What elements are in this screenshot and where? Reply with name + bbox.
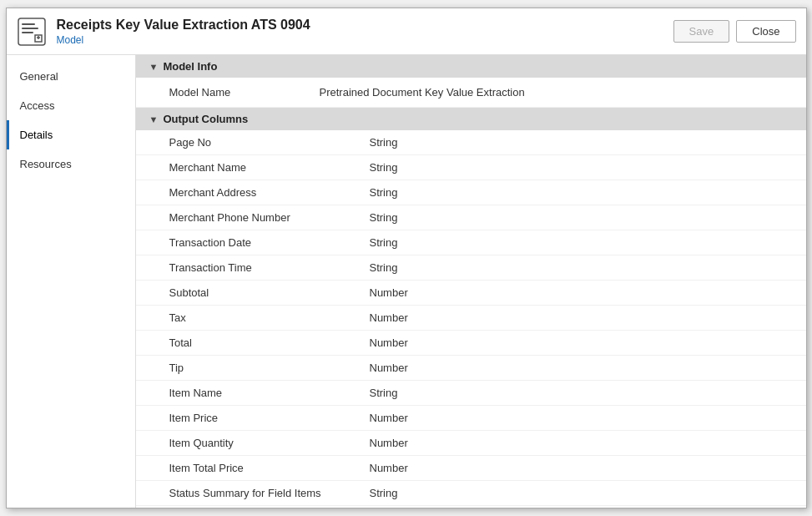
output-row-type-11: Number bbox=[370, 412, 408, 424]
output-row-3: Merchant Phone Number String bbox=[136, 205, 806, 230]
svg-rect-3 bbox=[22, 32, 33, 33]
output-row-7: Tax Number bbox=[136, 306, 806, 331]
output-row-label-2: Merchant Address bbox=[169, 186, 370, 199]
app-icon bbox=[17, 17, 47, 47]
output-row-type-3: String bbox=[370, 211, 398, 224]
output-row-type-12: Number bbox=[370, 437, 408, 449]
output-row-type-1: String bbox=[370, 161, 398, 174]
output-row-1: Merchant Name String bbox=[136, 155, 806, 180]
output-row-10: Item Name String bbox=[136, 381, 806, 406]
output-row-type-6: Number bbox=[370, 286, 408, 299]
output-row-label-6: Subtotal bbox=[169, 286, 370, 299]
output-row-label-1: Merchant Name bbox=[169, 161, 370, 174]
output-row-12: Item Quantity Number bbox=[136, 431, 806, 456]
output-row-type-14: String bbox=[370, 487, 398, 499]
output-columns-rows: Page No String Merchant Name String Merc… bbox=[136, 130, 806, 508]
output-row-9: Tip Number bbox=[136, 356, 806, 381]
close-button[interactable]: Close bbox=[736, 20, 795, 43]
output-row-type-5: String bbox=[370, 261, 398, 274]
output-row-label-14: Status Summary for Field Items bbox=[169, 487, 370, 499]
output-row-0: Page No String bbox=[136, 130, 806, 155]
save-button[interactable]: Save bbox=[673, 20, 730, 43]
output-row-type-0: String bbox=[370, 136, 398, 149]
svg-rect-2 bbox=[22, 28, 38, 29]
output-row-type-10: String bbox=[370, 387, 398, 399]
sidebar-item-resources[interactable]: Resources bbox=[7, 149, 135, 179]
output-row-label-0: Page No bbox=[169, 136, 370, 149]
output-row-label-8: Total bbox=[169, 336, 370, 349]
model-name-label: Model Name bbox=[169, 86, 320, 99]
window-subtitle: Model bbox=[57, 34, 673, 46]
model-info-section-header: ▼ Model Info bbox=[136, 55, 806, 78]
output-collapse-icon: ▼ bbox=[149, 114, 159, 124]
output-row-15: Status Summary for Line Items String bbox=[136, 506, 806, 508]
output-row-label-12: Item Quantity bbox=[169, 437, 370, 449]
sidebar-item-access[interactable]: Access bbox=[7, 91, 135, 120]
output-row-label-9: Tip bbox=[169, 362, 370, 374]
model-name-row: Model Name Pretrained Document Key Value… bbox=[136, 78, 806, 108]
output-row-type-7: Number bbox=[370, 311, 408, 324]
output-columns-section-header: ▼ Output Columns bbox=[136, 108, 806, 130]
output-row-8: Total Number bbox=[136, 331, 806, 356]
output-row-6: Subtotal Number bbox=[136, 281, 806, 306]
output-row-label-3: Merchant Phone Number bbox=[169, 211, 370, 224]
output-row-label-5: Transaction Time bbox=[169, 261, 370, 274]
output-row-label-7: Tax bbox=[169, 311, 370, 324]
output-row-11: Item Price Number bbox=[136, 406, 806, 431]
output-row-4: Transaction Date String bbox=[136, 230, 806, 255]
body: GeneralAccessDetailsResources ▼ Model In… bbox=[7, 55, 806, 508]
output-columns-label: Output Columns bbox=[163, 113, 248, 125]
title-text-block: Receipts Key Value Extraction ATS 0904 M… bbox=[57, 18, 673, 46]
output-row-type-9: Number bbox=[370, 362, 408, 374]
output-row-label-13: Item Total Price bbox=[169, 462, 370, 474]
model-name-value: Pretrained Document Key Value Extraction bbox=[320, 86, 525, 99]
title-buttons: Save Close bbox=[673, 20, 796, 43]
title-bar: Receipts Key Value Extraction ATS 0904 M… bbox=[7, 8, 806, 55]
sidebar: GeneralAccessDetailsResources bbox=[7, 55, 136, 508]
main-window: Receipts Key Value Extraction ATS 0904 M… bbox=[6, 8, 807, 508]
output-row-5: Transaction Time String bbox=[136, 255, 806, 281]
main-content: ▼ Model Info Model Name Pretrained Docum… bbox=[136, 55, 806, 508]
output-row-2: Merchant Address String bbox=[136, 180, 806, 205]
output-row-type-8: Number bbox=[370, 336, 408, 349]
sidebar-item-details[interactable]: Details bbox=[7, 120, 135, 149]
output-row-14: Status Summary for Field Items String bbox=[136, 481, 806, 506]
output-row-label-10: Item Name bbox=[169, 387, 370, 399]
sidebar-item-general[interactable]: General bbox=[7, 62, 135, 91]
window-title: Receipts Key Value Extraction ATS 0904 bbox=[57, 18, 673, 33]
model-info-label: Model Info bbox=[163, 60, 217, 73]
output-row-type-13: Number bbox=[370, 462, 408, 474]
output-row-type-4: String bbox=[370, 236, 398, 249]
output-row-label-11: Item Price bbox=[169, 412, 370, 424]
output-row-type-2: String bbox=[370, 186, 398, 199]
collapse-icon: ▼ bbox=[149, 62, 159, 72]
output-row-label-4: Transaction Date bbox=[169, 236, 370, 249]
output-row-13: Item Total Price Number bbox=[136, 456, 806, 481]
svg-rect-1 bbox=[22, 23, 35, 25]
